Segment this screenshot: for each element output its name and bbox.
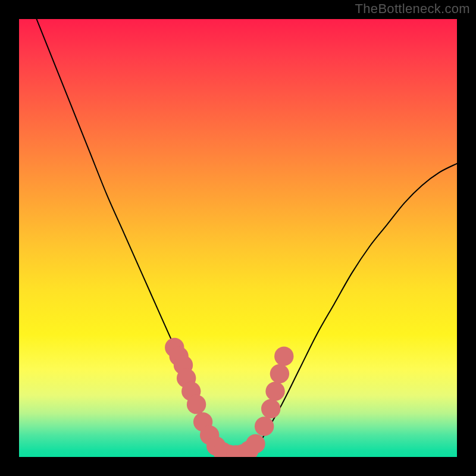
data-point [274,347,293,366]
data-point [255,416,274,436]
data-point [270,364,289,383]
bottleneck-curve [36,19,457,456]
chart-svg [19,19,457,457]
data-point [187,394,206,414]
highlight-dots [165,338,293,457]
data-point [265,381,284,400]
chart-container: TheBottleneck.com [0,0,476,476]
plot-area [19,19,457,457]
watermark-text: TheBottleneck.com [355,1,470,17]
data-point [246,434,265,453]
data-point [261,399,280,418]
